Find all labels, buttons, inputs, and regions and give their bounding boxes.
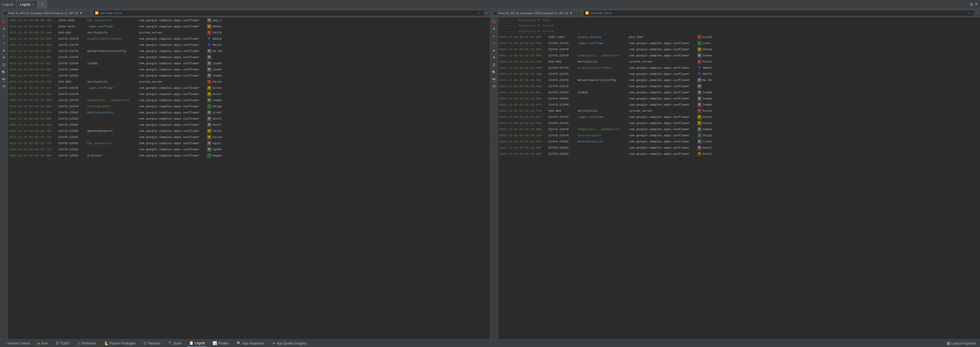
separator-kernel: --------- beginning of kernel — [498, 23, 980, 29]
table-row[interactable]: 2022-12-29 02:02:25.69022470-22470Compat… — [498, 126, 980, 132]
left-icon-list[interactable]: ☰ — [1, 62, 7, 68]
table-row[interactable]: 2022-12-29 02:02:23.40222470-22470com.go… — [8, 54, 490, 60]
left-icon-camera[interactable]: 📷 — [1, 76, 7, 83]
right-icon-camera[interactable]: 📷 — [491, 76, 497, 83]
right-icon-video[interactable]: 🎬 — [491, 84, 497, 90]
table-row[interactable]: 2022-12-29 02:02:26.15522470-22470Choreo… — [8, 103, 490, 109]
table-row[interactable]: 2022-12-29 02:02:24.32822470-22470com.go… — [498, 120, 980, 126]
right-filter-close[interactable]: ✕ — [968, 11, 970, 15]
table-row[interactable]: 2022-12-29 02:02:26.57922470-22582HostCo… — [498, 139, 980, 145]
left-filter-star[interactable]: ☆ — [481, 11, 483, 15]
bottom-python-packages[interactable]: 🐍 Python Packages — [102, 339, 137, 347]
table-row[interactable]: 2022-12-29 02:02:23.743546-603VerityUtil… — [498, 108, 980, 114]
left-icon-video[interactable]: 🎬 — [1, 84, 7, 90]
left-icon-down[interactable]: ▼ — [1, 55, 7, 61]
menu-icon[interactable]: ≡ — [975, 2, 978, 7]
left-icon-up[interactable]: ▲ — [1, 48, 7, 54]
bottom-problems[interactable]: ⚠ Problems — [76, 339, 98, 347]
right-icon-refresh[interactable]: ↻ — [491, 33, 497, 39]
bottom-terminal[interactable]: ⊡ Terminal — [142, 339, 162, 347]
table-row[interactable]: 2022-12-29 02:02:26.15522470-22470Choreo… — [498, 132, 980, 139]
table-row[interactable]: 2022-12-29 01:00:55.7901639-1855EGL_emul… — [8, 17, 490, 24]
bottom-version-control[interactable]: ↑ Version Control — [2, 339, 32, 347]
table-row[interactable]: 2022-12-29 02:02:23.40222470-22470com.go… — [498, 83, 980, 89]
table-row[interactable]: 2022-12-29 02:02:25.69022470-22470Compat… — [8, 97, 490, 103]
log-tag: .apps.sunflowe — [87, 86, 138, 90]
bottom-app-quality-insights[interactable]: ✦ App Quality Insights — [271, 339, 308, 347]
table-row[interactable]: 2022-12-29 02:02:24.32722470-22470.apps.… — [498, 114, 980, 120]
left-filter-close[interactable]: ✕ — [478, 11, 480, 15]
right-icon-list[interactable]: ☰ — [491, 62, 497, 68]
log-pid: 546-603 — [58, 80, 86, 84]
table-row[interactable]: 2022-12-29 02:02:26.57922470-22582HostCo… — [8, 109, 490, 116]
left-filter-bar[interactable]: 🔽 package:mine ✕ ☆ — [93, 10, 485, 16]
table-row[interactable]: 2022-12-29 02:02:23.199546-603VerityUtil… — [8, 30, 490, 36]
log-timestamp: 2022-12-29 02:02:23.743 — [9, 80, 57, 84]
bottom-app-inspection[interactable]: 🔍 App Inspection — [235, 339, 266, 347]
table-row[interactable]: 2022-12-29 02:02:23.66422470-22584com.go… — [498, 95, 980, 102]
table-row[interactable]: 2022-12-29 02:02:23.67322470-22584com.go… — [8, 73, 490, 79]
table-row[interactable]: 2022-12-29 02:02:23.40222470-22470Networ… — [8, 48, 490, 54]
table-row[interactable]: 2022-12-29 02:02:26.71522470-22582com.go… — [8, 146, 490, 152]
bottom-logcat[interactable]: 📋 Logcat — [188, 339, 207, 347]
table-row[interactable]: 2022-12-29 02:02:26.71122470-22582com.go… — [8, 134, 490, 140]
table-row[interactable]: 2022-12-29 02:02:26.69922470-22582com.go… — [8, 122, 490, 128]
table-row[interactable]: 2022-12-29 02:02:21.96322470-22470com.go… — [498, 46, 980, 52]
log-package: com.google.samples.apps.sunflower — [139, 98, 206, 102]
table-row[interactable]: 2022-12-29 02:02:23.40022470-22470com.go… — [498, 71, 980, 77]
table-row[interactable]: 2022-12-29 02:02:22.54522470-22470Compat… — [498, 52, 980, 59]
table-row[interactable]: 2022-12-29 02:02:26.69922470-22582com.go… — [498, 151, 980, 157]
table-row[interactable]: 2022-12-29 02:02:23.743546-603VerityUtil… — [8, 79, 490, 85]
right-icon-search[interactable]: 🔍 — [491, 69, 497, 75]
table-row[interactable]: 2022-12-29 02:02:23.40022470-22470com.go… — [8, 42, 490, 48]
table-row[interactable]: 2022-12-29 02:02:26.80322470-22582Grallo… — [8, 152, 490, 159]
left-filter-help[interactable]: ? — [486, 11, 488, 15]
left-icon-refresh[interactable]: ↻ — [1, 33, 7, 39]
right-filter-star[interactable]: ☆ — [971, 11, 973, 15]
table-row[interactable]: 2022-12-29 02:02:26.58422470-22582com.go… — [498, 145, 980, 151]
table-row[interactable]: 2022-12-29 02:02:23.40022470-22470Graphi… — [498, 65, 980, 71]
table-row[interactable]: 2022-12-29 02:02:23.67322470-22584com.go… — [498, 102, 980, 108]
table-row[interactable]: 2022-12-29 02:02:26.58422470-22582com.go… — [8, 116, 490, 122]
right-icon-up[interactable]: ▲ — [491, 48, 497, 54]
log-pid: 22470-22470 — [58, 49, 86, 53]
log-tag: GraphicsEnvironment — [87, 37, 138, 41]
table-row[interactable]: 2022-12-29 02:02:24.32822470-22470com.go… — [8, 91, 490, 97]
right-icon-scroll-end[interactable]: ⬇ — [491, 40, 497, 46]
table-row[interactable]: 2022-12-28 09:27:44.8901507-1507studio.d… — [498, 34, 980, 40]
right-device-selector[interactable]: 📱 Pixel XL API 31 (emulator-5554) Androi… — [492, 10, 581, 16]
left-icon-clear[interactable]: 🚫 — [1, 19, 7, 25]
left-icon-search[interactable]: 🔍 — [1, 69, 7, 75]
left-icon-scroll-end[interactable]: ⬇ — [1, 40, 7, 46]
table-row[interactable]: 2022-12-29 02:02:23.62122470-22584libEGL… — [8, 60, 490, 67]
bottom-layout-inspector[interactable]: ▦ Layout Inspector — [945, 339, 978, 347]
logcat-tab[interactable]: Logcat ✕ — [16, 0, 38, 8]
right-icon-down[interactable]: ▼ — [491, 55, 497, 61]
bottom-run[interactable]: ▶ Run — [36, 339, 49, 347]
left-device-selector[interactable]: 📱 Pixel XL API 31 (emulator-5554) Androi… — [2, 10, 91, 16]
logcat-tab-close[interactable]: ✕ — [32, 3, 34, 6]
right-filter-help[interactable]: ? — [976, 11, 978, 15]
table-row[interactable]: 2022-12-29 02:02:24.32722470-22470.apps.… — [8, 85, 490, 91]
left-icon-pause[interactable]: ⏸ — [1, 26, 7, 32]
bottom-profiler[interactable]: 📊 Profiler — [211, 339, 231, 347]
table-row[interactable]: 2022-12-29 02:02:23.199546-603VerityUtil… — [498, 59, 980, 65]
table-row[interactable]: 2022-12-29 02:02:26.71322470-22582EGL_em… — [8, 140, 490, 146]
bottom-todo[interactable]: ☰ TODO — [54, 339, 71, 347]
table-row[interactable]: 2022-12-29 02:02:23.62122470-22584libEGL… — [498, 89, 980, 95]
table-row[interactable]: 2022-12-29 02:02:23.40222470-22470Networ… — [498, 77, 980, 83]
settings-icon[interactable]: ⚙ — [970, 2, 973, 7]
log-package: com.google.samples.apps.sunflower — [139, 86, 206, 90]
add-tab[interactable]: + — [38, 0, 47, 8]
table-row[interactable]: 2022-12-29 02:02:26.70922470-22582OpenGL… — [8, 128, 490, 134]
table-row[interactable]: 2022-12-29 02:02:23.40022470-22470Graphi… — [8, 36, 490, 42]
layout-inspector-label: Layout Inspector — [951, 341, 976, 345]
log-message: Compa — [213, 98, 222, 102]
bottom-build[interactable]: 🔨 Build — [166, 339, 183, 347]
table-row[interactable]: 2022-12-29 02:02:21.76322470-22470.apps.… — [498, 40, 980, 46]
right-icon-clear[interactable]: 🚫 — [491, 19, 497, 25]
table-row[interactable]: 2022-12-29 01:01:04.7701639-1675.apps.su… — [8, 24, 490, 30]
right-filter-bar[interactable]: 🔽 package:mine ✕ ☆ — [583, 10, 975, 16]
table-row[interactable]: 2022-12-29 02:02:23.66422470-22584com.go… — [8, 67, 490, 73]
right-icon-pause[interactable]: ⏸ — [491, 26, 497, 32]
